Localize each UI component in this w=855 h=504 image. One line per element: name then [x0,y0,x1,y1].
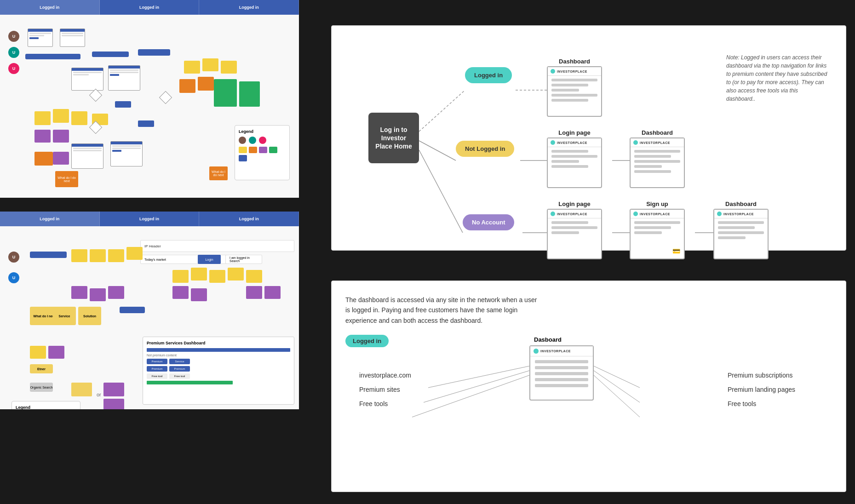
line2 [551,155,597,158]
br-logo-dot [534,349,539,354]
legend-item-1 [239,137,286,144]
tab-bl-1[interactable]: Logged in [0,212,100,226]
legend-avatar-2 [249,137,256,144]
br-right-item-2: Free tools [728,397,795,411]
screen-title-signup: Sign up [630,200,685,207]
purple-sticky-3 [53,152,69,165]
br-line3 [535,372,588,375]
bl-purple-5 [191,288,207,301]
sticky-7 [221,61,237,74]
tab-bl-2[interactable]: Logged in [100,212,200,226]
bl-yellow-5 [172,270,189,283]
bl-yellow-3 [108,249,124,262]
bl-yellow-9 [246,270,262,283]
sticky-5 [184,61,200,74]
line3 [551,89,579,92]
br-line4 [535,378,588,381]
screen-header-su: INVESTORPLACE [631,210,684,218]
sticky-2 [53,109,69,123]
mini-screen-4 [108,65,140,91]
logged-in-badge: Logged in [345,335,389,347]
bl-purple-7 [264,286,281,299]
or-box-3 [103,399,124,409]
premium-box-2: Service [169,359,190,364]
legend-green [269,147,277,153]
br-line5 [535,384,588,387]
or-text: or [97,392,101,397]
legend-title-bl: Legend [16,405,76,409]
orange-sticky-1 [179,79,195,93]
premium-not-subscribed: Not premium content [147,354,290,357]
screen-login1: INVESTORPLACE [547,137,602,188]
bottom-left-header: Logged in Logged in Logged in [0,212,299,226]
desc-container: The dashboard is accessed via any site i… [345,295,832,478]
legend-title-tl: Legend [239,129,286,134]
green-box-1 [214,79,237,107]
bl-blue-2 [120,307,145,313]
logged-in-node: Logged in [465,67,512,83]
avatar-bl-2: U [8,272,19,283]
what-do-need-3: Solution [78,307,101,325]
br-screen-mock: INVESTORPLACE [529,345,594,401]
bl-yellow-4 [126,247,143,260]
line4 [718,236,746,239]
etner-node: Etner [30,364,53,373]
blue-btn-2 [138,120,154,127]
bl-yellow-2 [90,249,106,262]
svg-line-14 [594,375,640,417]
tab-logged-in-1[interactable]: Logged in [0,0,100,15]
screen-lines-l2 [548,218,601,239]
br-left-item-0: investorplace.com [359,368,411,383]
br-left-items: investorplace.com Premium sites Free too… [359,368,411,411]
mini-screen-2 [60,29,85,47]
tab-logged-in-3[interactable]: Logged in [199,0,299,15]
flow-blue-1 [25,54,80,59]
legend-box-bl: Legend U U U [11,401,80,409]
bl-yellow-6 [191,268,207,281]
ip-header-label: IP Header [144,244,161,248]
svg-line-1 [419,141,456,160]
premium-action [147,381,233,384]
logo-dot-d3 [717,212,722,216]
br-dashboard-title: Dasboard [534,336,562,343]
svg-line-12 [594,366,640,388]
svg-line-9 [428,366,529,388]
bottom-right-description: The dashboard is accessed via any site i… [331,281,846,492]
line1 [551,221,588,224]
diamond-1 [89,89,102,102]
screen-title-dashboard2: Dashboard [630,129,685,136]
center-node-text: Log in to Investor Place Home [375,126,412,151]
flow-blue-2 [92,52,129,57]
blue-btn-1 [115,101,131,108]
legend-blue [239,155,247,161]
bl-bottom-y1 [30,346,46,359]
line1 [634,150,680,153]
logged-in-label: Logged in [474,72,503,79]
screen-header-d2: INVESTORPLACE [631,138,684,147]
logo-dot-l2 [551,212,555,216]
bl-yellow-1 [71,249,87,262]
orange-sticky-3 [34,152,53,166]
legend-orange [249,147,257,153]
tab-bl-3[interactable]: Logged in [199,212,299,226]
bl-yellow-8 [228,268,244,281]
premium-grid-3: Free tool Free tool [147,373,290,379]
screen-lines-d2 [631,147,684,178]
screen-header-d3: INVESTORPLACE [714,210,768,218]
line3 [551,160,579,163]
tab-logged-in-2[interactable]: Logged in [100,0,200,15]
orange-sticky-what: What do I do next [209,166,228,180]
login-btn[interactable]: Login [198,255,221,264]
not-logged-in-node: Not Logged in [456,141,514,157]
avatar-3: U [8,63,19,74]
not-logged-in-label: Not Logged in [465,145,505,152]
svg-line-13 [594,371,640,402]
legend-yellow [239,147,247,153]
free-tool-2: Free tool [169,373,190,379]
flow-blue-3 [138,49,170,56]
line1 [718,221,764,224]
line4 [634,165,662,168]
legend-avatar-1 [239,137,246,144]
logo-dot-l1 [551,140,555,145]
purple-sticky-1 [34,130,51,143]
